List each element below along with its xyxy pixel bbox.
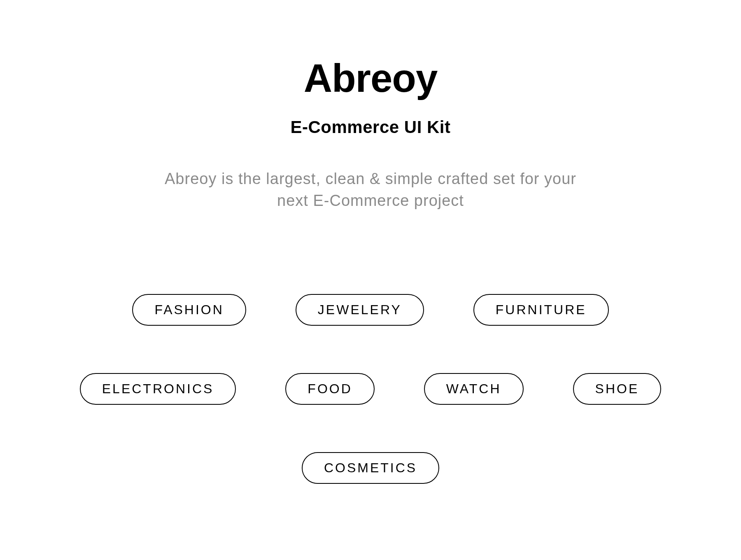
- category-row-1: FASHION JEWELERY FURNITURE: [132, 294, 608, 326]
- description: Abreoy is the largest, clean & simple cr…: [154, 168, 587, 212]
- category-cosmetics[interactable]: COSMETICS: [302, 452, 439, 484]
- category-jewelery[interactable]: JEWELERY: [296, 294, 424, 326]
- category-furniture[interactable]: FURNITURE: [473, 294, 609, 326]
- category-food[interactable]: FOOD: [285, 373, 374, 405]
- category-electronics[interactable]: ELECTRONICS: [80, 373, 236, 405]
- category-row-2: ELECTRONICS FOOD WATCH SHOE: [80, 373, 661, 405]
- categories-container: FASHION JEWELERY FURNITURE ELECTRONICS F…: [0, 294, 741, 484]
- category-shoe[interactable]: SHOE: [573, 373, 662, 405]
- category-fashion[interactable]: FASHION: [132, 294, 246, 326]
- brand-title: Abreoy: [304, 56, 438, 101]
- category-row-3: COSMETICS: [302, 452, 439, 484]
- subtitle: E-Commerce UI Kit: [291, 117, 451, 137]
- category-watch[interactable]: WATCH: [424, 373, 524, 405]
